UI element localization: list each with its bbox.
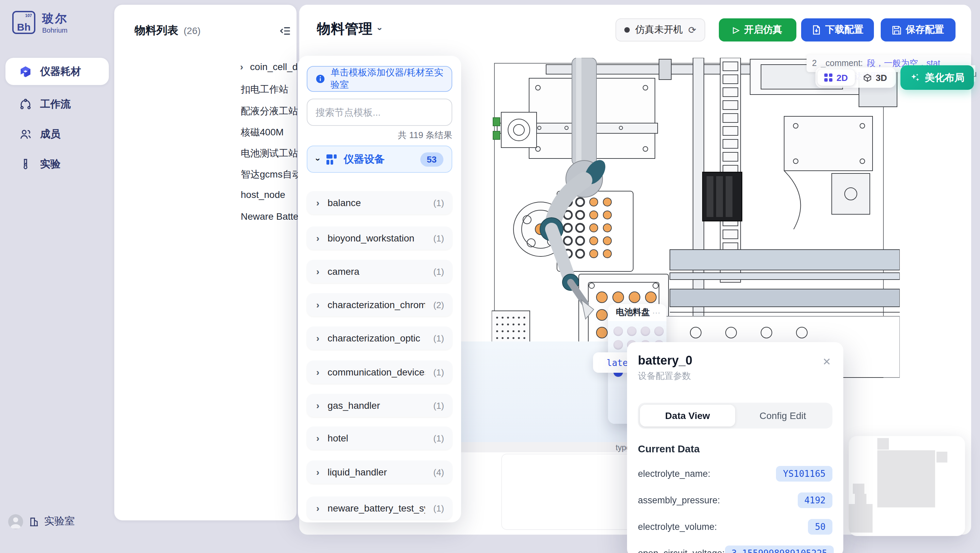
- tab-data-view[interactable]: Data View: [640, 405, 735, 427]
- popup-title: battery_0: [638, 354, 692, 368]
- tray-slot[interactable]: [613, 340, 623, 350]
- info-icon: [315, 74, 325, 84]
- start-simulation-button[interactable]: ▷ 开启仿真: [719, 18, 796, 41]
- sidebar-item-label: 实验: [40, 158, 60, 171]
- cube-3d-icon: [863, 73, 872, 82]
- app-logo: 107 Bh 玻尔 Bohrium: [12, 11, 68, 34]
- sparkles-icon: [910, 72, 920, 83]
- template-gas-handler[interactable]: ›gas_handler(1): [307, 394, 452, 417]
- tray-slot[interactable]: [627, 327, 636, 336]
- minimap[interactable]: [849, 436, 965, 536]
- main-header: 物料管理 › 仿真未开机 ⟳ ▷ 开启仿真 下载配置 保存配置: [299, 5, 971, 54]
- chevron-down-icon: ›: [313, 158, 323, 161]
- tray-slot[interactable]: [641, 327, 650, 336]
- save-config-button[interactable]: 保存配置: [881, 18, 956, 41]
- workflow-icon: [19, 97, 32, 110]
- play-icon: ▷: [733, 25, 739, 35]
- sidebar-item-workflow[interactable]: 工作流: [5, 91, 109, 118]
- brand-name-en: Bohrium: [42, 27, 68, 34]
- grid-2d-icon: [824, 73, 832, 81]
- template-communication-devices[interactable]: ›communication_devices(1): [307, 360, 452, 384]
- material-item[interactable]: 配液分液工站: [241, 105, 298, 118]
- template-palette-panel: 单击模板添加仪器/耗材至实验室 共 119 条结果 › 仪器设备 53 ›bal…: [298, 56, 461, 523]
- members-icon: [19, 127, 32, 140]
- sidebar-item-experiments[interactable]: 实验: [5, 150, 109, 177]
- toggle-3d[interactable]: 3D: [856, 69, 894, 86]
- material-list-panel: 物料列表 (26) › coin_cell_deck 扣电工作站 配液分液工站 …: [114, 5, 296, 520]
- sidebar: 107 Bh 玻尔 Bohrium 仪器耗材 工作流 成员: [0, 0, 114, 553]
- template-characterization-chromatic[interactable]: ›characterization_chromatic(2): [307, 293, 452, 316]
- tray-slot[interactable]: [654, 327, 664, 336]
- value-chip: 3.1559998989105225: [725, 545, 834, 553]
- chevron-down-icon[interactable]: ›: [375, 27, 385, 30]
- template-balance[interactable]: ›balance(1): [307, 191, 452, 214]
- type-bar: type: Coi: [435, 442, 654, 452]
- lab-switcher-label: 实验室: [44, 515, 75, 528]
- data-row: electrolyte_volume: 50: [638, 516, 832, 537]
- material-list-count: (26): [184, 25, 200, 36]
- value-chip: YS101165: [776, 465, 832, 481]
- material-item[interactable]: 扣电工作站: [241, 84, 288, 96]
- refresh-icon[interactable]: ⟳: [688, 24, 696, 35]
- simulation-status-pill[interactable]: 仿真未开机 ⟳: [616, 18, 705, 41]
- beautify-layout-button[interactable]: 美化布局: [900, 65, 974, 90]
- device-config-popup: battery_0 设备配置参数 ✕ Data View Config Edit…: [627, 342, 843, 553]
- testtube-icon: [19, 158, 32, 171]
- data-row: open_circuit_voltage: 3.1559998989105225: [638, 543, 832, 553]
- data-row: assembly_pressure: 4192: [638, 490, 832, 510]
- download-doc-icon: [812, 25, 821, 35]
- current-data-heading: Current Data: [638, 443, 700, 454]
- template-characterization-optic[interactable]: ›characterization_optic(1): [307, 327, 452, 350]
- value-chip: 4192: [797, 492, 832, 508]
- sidebar-item-instruments[interactable]: 仪器耗材: [5, 58, 109, 85]
- material-list-title: 物料列表: [135, 24, 178, 38]
- popup-tabs: Data View Config Edit: [638, 403, 832, 429]
- tray-slot[interactable]: [613, 327, 623, 336]
- building-icon: [29, 516, 40, 527]
- palette-hint-banner: 单击模板添加仪器/耗材至实验室: [307, 66, 452, 92]
- template-hotel[interactable]: ›hotel(1): [307, 427, 452, 449]
- template-search-input[interactable]: [307, 99, 452, 126]
- lab-switcher[interactable]: 实验室: [29, 515, 75, 528]
- save-icon: [892, 25, 901, 34]
- template-liquid-handler[interactable]: ›liquid_handler(4): [307, 461, 452, 484]
- template-camera[interactable]: ›camera(1): [307, 260, 452, 283]
- sidebar-item-members[interactable]: 成员: [5, 120, 109, 148]
- canvas-subcard: [501, 454, 644, 530]
- page-title: 物料管理: [317, 20, 373, 38]
- toggle-2d[interactable]: 2D: [818, 69, 854, 86]
- template-bioyond-workstation[interactable]: ›bioyond_workstation(1): [307, 226, 452, 250]
- status-label: 仿真未开机: [635, 24, 683, 36]
- value-chip: 50: [808, 519, 832, 534]
- material-item[interactable]: 电池测试工站: [241, 148, 298, 160]
- material-item[interactable]: 核磁400M: [241, 126, 283, 139]
- sidebar-item-label: 成员: [40, 127, 60, 140]
- more-menu-icon[interactable]: ⋯: [652, 308, 661, 317]
- download-config-button[interactable]: 下载配置: [801, 18, 874, 41]
- material-item[interactable]: host_node: [241, 189, 285, 200]
- view-mode-toggle: 2D 3D: [815, 67, 896, 88]
- category-count-badge: 53: [420, 152, 444, 166]
- logo-bh-icon: 107 Bh: [12, 11, 35, 34]
- result-count: 共 119 条结果: [307, 129, 452, 142]
- data-row: electrolyte_name: YS101165: [638, 463, 832, 484]
- collapse-panel-icon[interactable]: [280, 25, 291, 37]
- category-grid-icon: [327, 154, 337, 164]
- category-instruments[interactable]: › 仪器设备 53: [307, 145, 452, 173]
- brand-name-zh: 玻尔: [42, 11, 68, 27]
- cube-icon: [19, 65, 32, 78]
- template-neware-battery-test-system[interactable]: ›neware_battery_test_system(1): [307, 497, 452, 520]
- tray-title: 电池料盘: [613, 307, 652, 318]
- sidebar-item-label: 工作流: [40, 97, 71, 110]
- user-avatar[interactable]: [8, 514, 23, 529]
- sidebar-item-label: 仪器耗材: [40, 65, 81, 78]
- close-icon[interactable]: ✕: [822, 356, 831, 368]
- chevron-right-icon[interactable]: ›: [240, 61, 243, 72]
- tab-config-edit[interactable]: Config Edit: [735, 405, 830, 427]
- popup-subtitle: 设备配置参数: [638, 370, 692, 382]
- status-dot-icon: [624, 27, 630, 33]
